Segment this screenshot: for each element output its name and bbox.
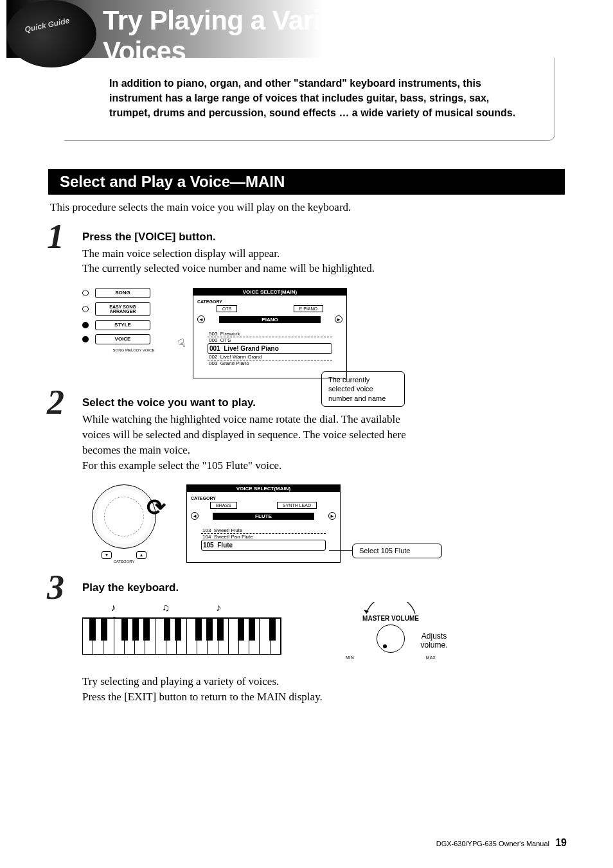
- list-item: 503 Firework: [208, 331, 332, 337]
- volume-dial[interactable]: [377, 624, 405, 653]
- quickguide-logo: Quick Guide: [6, 0, 96, 67]
- panel-style-button[interactable]: STYLE: [95, 320, 150, 330]
- tab-main: PIANO: [219, 316, 321, 323]
- panel-song-button[interactable]: SONG: [95, 288, 150, 298]
- led-icon: [82, 290, 89, 296]
- list-item: 000 OTS: [208, 337, 332, 343]
- page-title: Try Playing a Variety of Instrument Voic…: [103, 5, 581, 67]
- prev-category-icon[interactable]: ◄: [191, 512, 199, 520]
- diagram-step1: SONG EASY SONG ARRANGER STYLE VOICE SONG…: [82, 288, 613, 378]
- section-intro: This procedure selects the main voice yo…: [50, 201, 555, 214]
- list-item-selected: 105 Flute: [201, 540, 326, 551]
- category-label: CATEGORY: [197, 299, 342, 304]
- dial-down-button[interactable]: ▾: [102, 551, 112, 559]
- next-category-icon[interactable]: ►: [328, 512, 336, 520]
- volume-knob: MASTER VOLUME MIN MAX Adjusts volume.: [326, 602, 455, 660]
- header-bar: Quick Guide Try Playing a Variety of Ins…: [6, 0, 581, 58]
- step-title: Press the [VOICE] button.: [82, 231, 555, 244]
- list-item: 103 Sweet! Flute: [201, 527, 326, 534]
- dial[interactable]: ⟳: [92, 484, 156, 549]
- panel-caption: SONG MELODY VOICE: [95, 348, 172, 352]
- tab-left: OTS: [217, 305, 237, 312]
- panel-easysong-button[interactable]: EASY SONG ARRANGER: [95, 302, 150, 316]
- intro-box: In addition to piano, organ, and other "…: [64, 58, 555, 141]
- piano-keys-icon: [82, 617, 281, 655]
- volume-arc-icon: [359, 602, 423, 615]
- dial-rotate-icon: ⟳: [147, 494, 166, 521]
- list-item: 002 Live! Warm Grand: [208, 354, 332, 360]
- music-notes-icon: ♪ ♫ ♪ ♫: [82, 602, 281, 617]
- step-1: 1 Press the [VOICE] button. The main voi…: [50, 231, 555, 277]
- led-icon: [82, 322, 89, 328]
- led-icon: [82, 336, 89, 342]
- voice-list: 103 Sweet! Flute 104 Sweet! Pan Flute 10…: [201, 527, 326, 551]
- dial-control: ⟳ ▾ ▴ CATEGORY: [82, 484, 166, 563]
- section-heading: Select and Play a Voice—MAIN: [48, 169, 565, 195]
- keyboard-illustration: ♪ ♫ ♪ ♫: [82, 602, 281, 655]
- lcd-title: VOICE SELECT(MAIN): [193, 288, 346, 296]
- footer: DGX-630/YPG-635 Owner's Manual 19: [436, 837, 567, 849]
- closing-text: Try selecting and playing a variety of v…: [82, 674, 555, 705]
- page-number: 19: [555, 837, 567, 848]
- lcd-screen-2: VOICE SELECT(MAIN) CATEGORY ◄ BRASS SYNT…: [186, 484, 341, 563]
- panel-voice-button[interactable]: VOICE: [95, 334, 150, 344]
- step-number: 2: [47, 382, 64, 422]
- step-title: Select the voice you want to play.: [82, 396, 555, 409]
- dial-caption: CATEGORY: [82, 560, 166, 563]
- next-category-icon[interactable]: ►: [335, 315, 342, 323]
- category-label: CATEGORY: [191, 496, 336, 500]
- tab-left: BRASS: [210, 502, 237, 509]
- volume-max: MAX: [426, 655, 436, 660]
- diagram-step2: ⟳ ▾ ▴ CATEGORY VOICE SELECT(MAIN) CATEGO…: [82, 484, 613, 563]
- step-body: While watching the highlighted voice nam…: [82, 412, 429, 473]
- volume-callout: Adjusts volume.: [413, 632, 455, 650]
- step-3: 3 Play the keyboard.: [50, 581, 555, 594]
- footer-text: DGX-630/YPG-635 Owner's Manual: [436, 840, 549, 847]
- step-body: The main voice selection display will ap…: [82, 246, 555, 277]
- volume-min: MIN: [346, 655, 354, 660]
- lcd-title: VOICE SELECT(MAIN): [187, 485, 340, 492]
- callout-2: Select 105 Flute: [352, 544, 442, 558]
- step-number: 1: [47, 217, 64, 256]
- step-title: Play the keyboard.: [82, 581, 555, 594]
- button-panel: SONG EASY SONG ARRANGER STYLE VOICE SONG…: [82, 288, 172, 352]
- svg-marker-0: [364, 610, 369, 614]
- volume-label: MASTER VOLUME: [326, 615, 455, 622]
- tab-right: SYNTH LEAD: [277, 502, 317, 509]
- list-item: 104 Sweet! Pan Flute: [201, 534, 326, 540]
- cursor-hand-icon: ☟: [176, 336, 186, 351]
- lcd-screen-1: VOICE SELECT(MAIN) CATEGORY ◄ OTS E.PIAN…: [193, 288, 347, 378]
- list-item: 003 Grand Piano: [208, 360, 332, 366]
- step-number: 3: [47, 567, 64, 607]
- tab-main: FLUTE: [213, 513, 314, 520]
- prev-category-icon[interactable]: ◄: [197, 315, 205, 323]
- tab-right: E.PIANO: [294, 305, 323, 312]
- dial-up-button[interactable]: ▴: [136, 551, 147, 559]
- diagram-step3: ♪ ♫ ♪ ♫ MASTER VOLUME MIN MAX: [82, 602, 613, 660]
- list-item-selected: 001 Live! Grand Piano: [208, 343, 332, 354]
- logo-text: Quick Guide: [24, 16, 70, 34]
- led-icon: [82, 306, 89, 312]
- voice-list: 503 Firework 000 OTS 001 Live! Grand Pia…: [208, 331, 332, 366]
- step-2: 2 Select the voice you want to play. Whi…: [50, 396, 555, 473]
